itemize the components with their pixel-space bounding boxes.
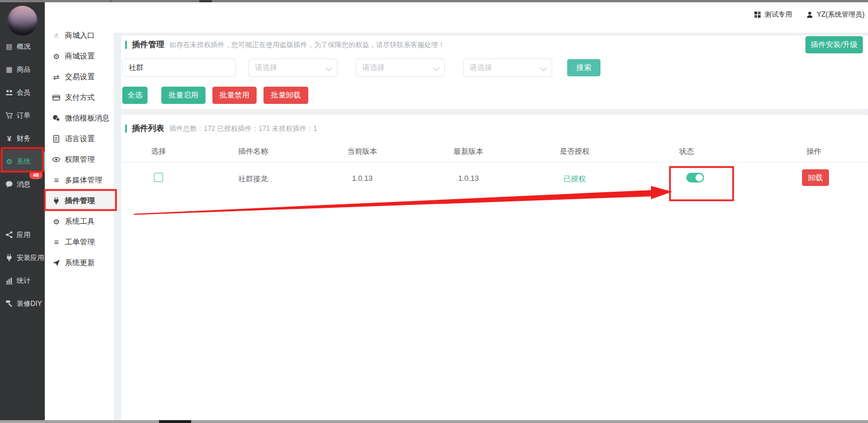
sidebar-item-install-apps[interactable]: 安装应用 [0,246,45,269]
sidebar-item-label: 装修DIY [17,299,42,309]
sidebar-item-label: 概况 [17,42,30,52]
grid-icon [754,11,762,19]
select-placeholder: 请选择 [255,63,277,73]
submenu-item-label: 交易设置 [65,72,95,82]
sidebar-item-apps[interactable]: 应用 [0,223,45,246]
eye-icon [52,156,60,164]
cart-icon [5,111,13,119]
share-nodes-icon [5,231,13,239]
sidebar-item-finance[interactable]: 财务 [0,127,45,150]
submenu-item-permissions[interactable]: 权限管理 [45,149,114,170]
select-placeholder: 请选择 [362,63,385,73]
authorized-badge: 已授权 [564,174,586,184]
submenu-item-trade-settings[interactable]: 交易设置 [45,67,114,87]
sidebar-item-orders[interactable]: 订单 [0,104,45,127]
submenu-item-label: 多媒体管理 [65,175,102,185]
table-header-divider [121,162,868,162]
submenu-item-language-settings[interactable]: 语言设置 [45,129,114,149]
filter-select-2[interactable]: 请选择 [356,59,445,77]
gear-icon [52,52,60,60]
submenu-item-system-update[interactable]: 系统更新 [45,253,114,273]
message-count-badge: 48 [29,171,42,179]
sidebar-item-statistics[interactable]: 统计 [0,269,45,292]
submenu-item-plugin-management[interactable]: 插件管理 [45,191,114,211]
sidebar-item-label: 订单 [17,111,30,121]
workspace-label: 测试专用 [765,10,792,20]
select-placeholder: 请选择 [470,63,492,73]
list-icon [52,238,60,246]
submenu-item-label: 工单管理 [65,237,95,247]
bulk-disable-button[interactable]: 批量禁用 [212,87,257,104]
search-button[interactable]: 搜索 [567,59,600,76]
submenu-item-label: 语言设置 [65,134,95,144]
submenu-item-label: 支付方式 [65,92,95,103]
submenu-item-mall-entrance[interactable]: 商城入口 [45,25,114,46]
submenu-item-label: 权限管理 [65,154,95,165]
plug-icon [5,254,13,262]
filter-select-3[interactable]: 请选择 [463,59,552,77]
header-actions: 测试专用 YZ(系统管理员) [754,10,865,20]
submenu-item-label: 微信模板消息 [65,113,110,123]
submenu-item-label: 商城入口 [65,30,95,41]
sidebar-item-label: 统计 [17,276,30,286]
keyword-search-input[interactable] [122,59,236,77]
sidebar-item-members[interactable]: 会员 [0,81,45,104]
plug-icon [52,197,60,205]
document-icon [52,135,60,143]
bulk-uninstall-button[interactable]: 批量卸载 [264,87,308,104]
sidebar-item-label: 系统 [17,157,30,166]
plugin-manager-panel: 插件管理 如存在未授权插件，您可能正在使用盗版插件，为了保障您的权益，请尽快联系… [121,36,868,109]
filter-select-1[interactable]: 请选择 [249,59,338,77]
user-menu[interactable]: YZ(系统管理员) [806,10,865,20]
latest-version-cell: 1.0.13 [458,174,479,183]
section-title: 插件管理 [132,40,164,50]
plugin-count-meta: 插件总数：172 已授权插件：171 未授权插件：1 [169,124,317,134]
status-cell [687,173,704,184]
scrollbar-thumb[interactable] [159,420,191,423]
active-indicator [43,152,45,170]
row-checkbox[interactable] [154,173,163,182]
unauthorized-warning: 如存在未授权插件，您可能正在使用盗版插件，为了保障您的权益，请尽快联系客服处理！ [169,40,445,50]
bottom-scrollbar-strip[interactable] [0,420,868,423]
sidebar-item-label: 消息 [17,180,30,189]
title-accent-bar [125,41,127,49]
gears-icon [5,157,13,165]
chat-bubble-icon [5,180,13,188]
column-header-current: 当前版本 [347,146,377,157]
sidebar-item-decorate-diy[interactable]: 装修DIY [0,292,45,315]
submenu-item-mall-settings[interactable]: 商城设置 [45,46,114,67]
install-upgrade-button[interactable]: 插件安装/升级 [805,36,863,53]
submenu-item-wechat-template-msg[interactable]: 微信模板消息 [45,108,114,129]
sidebar-item-label: 财务 [17,134,30,143]
toggle-knob [696,174,703,181]
submenu-item-work-orders[interactable]: 工单管理 [45,232,114,253]
user-avatar[interactable] [7,6,37,36]
bulk-enable-button[interactable]: 批量启用 [161,87,206,104]
chevron-down-icon [326,64,332,71]
user-icon [806,11,814,19]
sidebar-item-goods[interactable]: 商品 [0,58,45,81]
status-toggle[interactable] [687,173,704,183]
submenu-item-media-management[interactable]: 多媒体管理 [45,170,114,191]
submenu-item-payment-methods[interactable]: 支付方式 [45,87,114,108]
goods-icon [5,65,13,73]
primary-nav: 概况 商品 会员 订单 财务 [0,35,45,315]
current-version-cell: 1.0.13 [352,174,373,183]
workspace-switcher[interactable]: 测试专用 [754,10,792,20]
select-all-button[interactable]: 全选 [122,87,148,104]
list-title-row: 插件列表 插件总数：172 已授权插件：171 未授权插件：1 [125,123,317,134]
wechat-icon [52,114,60,122]
sidebar-item-messages[interactable]: 消息 48 [0,173,45,196]
table-row-select [154,173,163,184]
submenu-item-system-tools[interactable]: 系统工具 [45,211,114,232]
sidebar-item-system[interactable]: 系统 [0,150,45,173]
section-title-row: 插件管理 如存在未授权插件，您可能正在使用盗版插件，为了保障您的权益，请尽快联系… [125,40,445,50]
submenu-item-label: 系统更新 [65,258,95,268]
sidebar-item-overview[interactable]: 概况 [0,35,45,58]
column-header-select: 选择 [151,146,166,157]
submenu-item-label: 插件管理 [65,196,95,206]
sidebar-item-label: 应用 [17,230,30,240]
column-header-status: 状态 [679,146,694,157]
paper-plane-icon [52,259,60,267]
uninstall-button[interactable]: 卸载 [802,169,829,186]
